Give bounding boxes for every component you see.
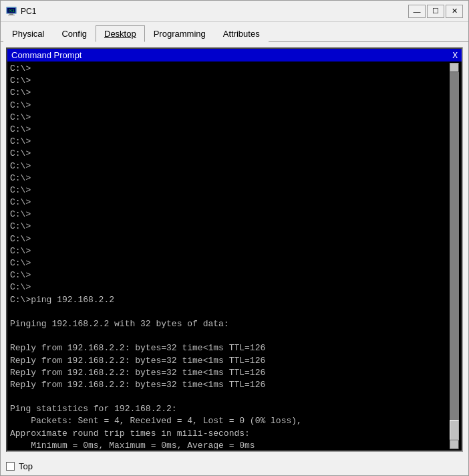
window-title: PC1: [21, 7, 408, 16]
top-checkbox[interactable]: [6, 462, 15, 471]
tab-bar: PhysicalConfigDesktopProgrammingAttribut…: [1, 22, 468, 42]
cmd-output[interactable]: C:\> C:\> C:\> C:\> C:\> C:\> C:\> C:\> …: [10, 63, 450, 449]
app-icon: PC1: [6, 6, 17, 17]
tab-desktop[interactable]: Desktop: [96, 25, 145, 42]
top-label: Top: [19, 461, 33, 471]
close-button[interactable]: ✕: [446, 5, 463, 18]
tab-programming[interactable]: Programming: [145, 25, 214, 42]
tab-attributes[interactable]: Attributes: [214, 25, 269, 42]
maximize-button[interactable]: ☐: [427, 5, 444, 18]
scroll-down-button[interactable]: ▼: [450, 440, 459, 449]
minimize-button[interactable]: —: [408, 5, 426, 18]
main-window: PC1 PC1 — ☐ ✕ PhysicalConfigDesktopProgr…: [0, 0, 469, 476]
scroll-up-button[interactable]: ▲: [450, 63, 459, 72]
tab-physical[interactable]: Physical: [3, 25, 53, 42]
bottom-bar: Top: [1, 457, 468, 475]
main-content: Command Prompt X C:\> C:\> C:\> C:\> C:\…: [1, 42, 468, 457]
title-bar: PC1 PC1 — ☐ ✕: [1, 1, 468, 22]
command-prompt-window: Command Prompt X C:\> C:\> C:\> C:\> C:\…: [6, 47, 463, 452]
cmd-body[interactable]: C:\> C:\> C:\> C:\> C:\> C:\> C:\> C:\> …: [7, 62, 462, 451]
svg-text:PC1: PC1: [9, 9, 15, 13]
svg-rect-3: [8, 15, 15, 15]
cmd-titlebar: Command Prompt X: [7, 49, 462, 62]
cmd-title: Command Prompt: [11, 50, 82, 60]
window-controls: — ☐ ✕: [408, 5, 463, 18]
cmd-close-button[interactable]: X: [452, 50, 458, 60]
tab-config[interactable]: Config: [53, 25, 96, 42]
cmd-scrollbar[interactable]: ▲ ▼: [450, 63, 459, 449]
svg-rect-2: [9, 13, 13, 15]
scrollbar-thumb[interactable]: [450, 420, 459, 440]
scrollbar-track[interactable]: [450, 72, 459, 440]
